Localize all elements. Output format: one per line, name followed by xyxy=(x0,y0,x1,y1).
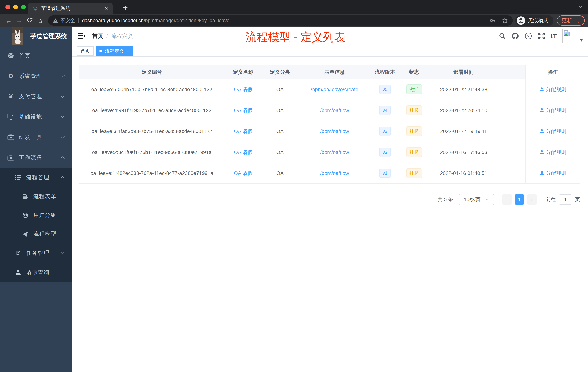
person-icon xyxy=(539,150,544,154)
new-tab-button[interactable]: + xyxy=(120,2,131,13)
col-deploy-time: 部署时间 xyxy=(429,65,498,79)
avatar[interactable] xyxy=(562,29,577,43)
sidebar-item-workflow[interactable]: 工作流程 xyxy=(0,147,72,168)
form-link[interactable]: /bpm/oa/leave/create xyxy=(311,87,358,92)
sidebar-item-system[interactable]: ⚙ 系统管理 xyxy=(0,66,72,86)
sidebar-collapse-icon[interactable] xyxy=(78,33,85,39)
security-label: 不安全 xyxy=(60,17,75,24)
version-badge[interactable]: v1 xyxy=(379,169,390,178)
prev-page-button[interactable]: ‹ xyxy=(502,194,512,205)
close-window-button[interactable] xyxy=(5,5,10,10)
sidebar-item-label: 系统管理 xyxy=(19,72,60,80)
sidebar-item-task-manage[interactable]: 任务管理 xyxy=(0,243,72,263)
cell-deploy-time: 2022-01-16 01:40:51 xyxy=(429,163,498,184)
list-icon xyxy=(14,175,22,180)
goto-page-input[interactable] xyxy=(559,194,572,205)
version-badge[interactable]: v5 xyxy=(379,85,390,94)
sidebar-item-process-model[interactable]: 流程模型 xyxy=(0,225,72,243)
font-size-icon[interactable]: tT xyxy=(551,33,557,40)
password-key-icon[interactable] xyxy=(489,17,496,24)
monitor-chart-icon xyxy=(7,114,15,120)
avatar-caret-icon[interactable]: ▾ xyxy=(580,37,583,43)
zoom-window-button[interactable] xyxy=(21,5,26,10)
assign-rule-link[interactable]: 分配规则 xyxy=(539,170,566,176)
assign-rule-link[interactable]: 分配规则 xyxy=(539,128,566,135)
cell-id: oa_leave:2:3c1f0ef1-76b1-11ec-9c66-a2380… xyxy=(79,142,225,163)
sidebar-logo[interactable]: 芋道管理系统 xyxy=(0,27,72,45)
person-icon xyxy=(14,269,22,275)
chevron-down-icon xyxy=(60,95,65,98)
reload-button[interactable] xyxy=(24,17,35,24)
goto-page: 前往 页 xyxy=(546,194,580,205)
bookmark-star-icon[interactable] xyxy=(502,17,508,24)
forward-button[interactable]: → xyxy=(14,17,24,24)
security-warning[interactable]: 不安全 xyxy=(53,17,75,24)
browser-tab[interactable]: 芋道管理系统 × xyxy=(28,2,113,14)
sidebar-item-process-manage[interactable]: 流程管理 xyxy=(0,168,72,187)
version-badge[interactable]: v4 xyxy=(379,106,390,115)
back-button[interactable]: ← xyxy=(3,17,14,24)
tags-view-bar: 首页 流程定义 × xyxy=(72,45,588,57)
browser-menu-icon[interactable]: ⋮ xyxy=(576,17,581,24)
minimize-window-button[interactable] xyxy=(13,5,18,10)
version-badge[interactable]: v2 xyxy=(379,148,390,157)
table-row: oa_leave:2:3c1f0ef1-76b1-11ec-9c66-a2380… xyxy=(79,142,580,163)
update-button[interactable]: 更新 ⋮ xyxy=(557,15,585,26)
github-icon[interactable] xyxy=(512,32,519,40)
workflow-submenu: 流程管理 流程表单 用户分组 流程模型 xyxy=(0,168,72,282)
sidebar-item-home[interactable]: 首页 xyxy=(0,45,72,66)
next-page-button[interactable]: › xyxy=(527,194,536,205)
sidebar-item-process-form[interactable]: 流程表单 xyxy=(0,187,72,206)
tab-title: 芋道管理系统 xyxy=(41,5,105,12)
form-link[interactable]: /bpm/oa/flow xyxy=(320,108,349,113)
svg-text:?: ? xyxy=(527,34,529,38)
sidebar-item-pay[interactable]: ¥ 支付管理 xyxy=(0,86,72,107)
tag-home[interactable]: 首页 xyxy=(77,46,94,56)
broken-image-icon xyxy=(564,30,570,36)
document-edit-icon xyxy=(21,194,29,199)
pagination-total: 共 5 条 xyxy=(438,196,453,203)
breadcrumb-current: 流程定义 xyxy=(111,33,133,40)
page-size-select[interactable]: 10条/页 xyxy=(459,194,494,205)
sidebar-item-leave-query[interactable]: 请假查询 xyxy=(0,263,72,282)
window-controls[interactable] xyxy=(5,5,26,10)
sidebar-item-devtools[interactable]: 研发工具 xyxy=(0,127,72,147)
form-link[interactable]: /bpm/oa/flow xyxy=(320,170,349,176)
definition-name-link[interactable]: OA 请假 xyxy=(234,87,252,92)
definition-name-link[interactable]: OA 请假 xyxy=(234,129,252,134)
sidebar: 芋道管理系统 首页 ⚙ 系统管理 ¥ 支付管理 基础设施 xyxy=(0,27,72,372)
update-label: 更新 xyxy=(562,17,572,24)
address-bar[interactable]: 不安全 dashboard.yudao.iocoder.cn/bpm/manag… xyxy=(48,15,513,26)
assign-rule-link[interactable]: 分配规则 xyxy=(539,107,566,114)
assign-rule-link[interactable]: 分配规则 xyxy=(539,149,566,156)
form-link[interactable]: /bpm/oa/flow xyxy=(320,129,349,134)
sidebar-item-infra[interactable]: 基础设施 xyxy=(0,107,72,127)
tag-close-icon[interactable]: × xyxy=(127,48,130,54)
tag-process-definition[interactable]: 流程定义 × xyxy=(96,46,133,56)
incognito-icon xyxy=(517,16,525,25)
page-annotation-title: 流程模型 - 定义列表 xyxy=(245,30,346,45)
app-window: 芋道管理系统 首页 ⚙ 系统管理 ¥ 支付管理 基础设施 xyxy=(0,27,588,372)
cell-deploy-time: 2022-01-22 20:34:10 xyxy=(429,100,498,121)
col-process-version: 流程版本 xyxy=(371,65,399,79)
tab-close-icon[interactable]: × xyxy=(105,5,108,11)
breadcrumb-home[interactable]: 首页 xyxy=(92,33,103,40)
home-button[interactable]: ⌂ xyxy=(35,17,45,24)
cell-deploy-time: 2022-01-22 19:19:11 xyxy=(429,121,498,142)
fullscreen-icon[interactable] xyxy=(538,32,545,40)
sidebar-item-user-group[interactable]: 用户分组 xyxy=(0,206,72,225)
form-link[interactable]: /bpm/oa/flow xyxy=(320,149,349,155)
tab-search-chevron-icon[interactable] xyxy=(578,5,583,10)
definition-name-link[interactable]: OA 请假 xyxy=(234,149,252,155)
assign-rule-link[interactable]: 分配规则 xyxy=(539,86,566,93)
help-icon[interactable]: ? xyxy=(525,32,532,40)
definition-name-link[interactable]: OA 请假 xyxy=(234,170,252,176)
sidebar-item-label: 基础设施 xyxy=(19,113,60,121)
cell-category: OA xyxy=(262,79,298,100)
search-icon[interactable] xyxy=(499,33,506,40)
tree-icon xyxy=(14,250,22,256)
page-number-button[interactable]: 1 xyxy=(515,194,524,205)
definition-name-link[interactable]: OA 请假 xyxy=(234,108,252,113)
version-badge[interactable]: v3 xyxy=(379,127,390,136)
person-icon xyxy=(539,108,544,113)
